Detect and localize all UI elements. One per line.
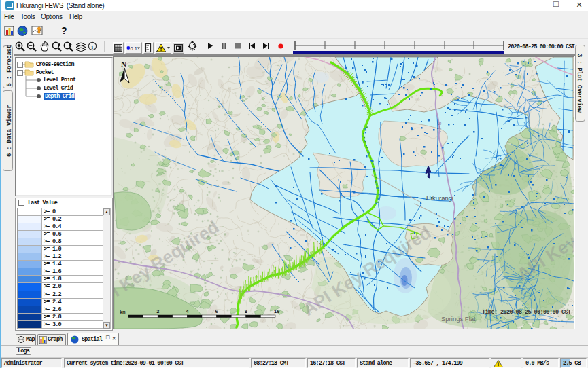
svg-text:5 : Forecast: 5 : Forecast	[6, 45, 13, 86]
svg-text:N: N	[121, 60, 126, 68]
svg-text:0.1: 0.1	[131, 45, 137, 52]
svg-text:Springs Flat: Springs Flat	[441, 315, 476, 323]
svg-text:Time: 2020-08-25 00:00:00 CST: Time: 2020-08-25 00:00:00 CST	[482, 309, 571, 316]
svg-text:6 : Data Viewer: 6 : Data Viewer	[6, 105, 13, 157]
svg-text:3 : Plot Overview: 3 : Plot Overview	[576, 54, 583, 113]
svg-text:10: 10	[274, 309, 279, 314]
svg-text:SH 1: SH 1	[436, 122, 443, 134]
svg-text:km: km	[120, 310, 125, 315]
svg-text:Hikurangi: Hikurangi	[426, 194, 453, 202]
svg-text:8: 8	[245, 309, 247, 314]
svg-text:i: i	[92, 43, 94, 50]
svg-text:2: 2	[156, 309, 159, 314]
svg-text:6: 6	[215, 309, 218, 314]
svg-text:4: 4	[186, 309, 188, 314]
svg-text:2020-08-25 00:00:00 CST: 2020-08-25 00:00:00 CST	[508, 43, 575, 50]
svg-text:?: ?	[61, 25, 67, 36]
